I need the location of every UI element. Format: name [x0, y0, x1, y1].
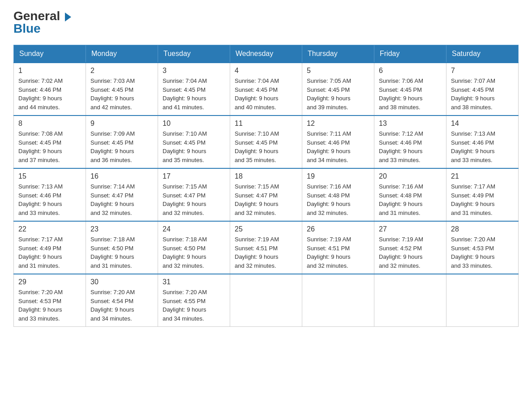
calendar-day-24: 24Sunrise: 7:18 AMSunset: 4:50 PMDayligh… [158, 221, 230, 274]
calendar-day-11: 11Sunrise: 7:10 AMSunset: 4:45 PMDayligh… [230, 116, 302, 168]
calendar-day-10: 10Sunrise: 7:10 AMSunset: 4:45 PMDayligh… [158, 116, 230, 168]
logo-general-text: General [13, 9, 71, 23]
day-number: 10 [163, 120, 225, 128]
day-info: Sunrise: 7:19 AMSunset: 4:51 PMDaylight:… [307, 235, 369, 270]
day-number: 13 [379, 120, 442, 128]
day-number: 21 [451, 172, 514, 180]
day-number: 4 [235, 67, 297, 75]
calendar-day-3: 3Sunrise: 7:04 AMSunset: 4:45 PMDaylight… [158, 63, 230, 116]
day-info: Sunrise: 7:14 AMSunset: 4:47 PMDaylight:… [90, 182, 153, 217]
calendar-day-14: 14Sunrise: 7:13 AMSunset: 4:46 PMDayligh… [446, 116, 519, 168]
day-number: 8 [18, 120, 81, 128]
calendar-day-16: 16Sunrise: 7:14 AMSunset: 4:47 PMDayligh… [86, 168, 158, 221]
day-info: Sunrise: 7:20 AMSunset: 4:53 PMDaylight:… [451, 235, 514, 270]
calendar-day-29: 29Sunrise: 7:20 AMSunset: 4:53 PMDayligh… [14, 274, 86, 327]
day-info: Sunrise: 7:03 AMSunset: 4:45 PMDaylight:… [90, 77, 153, 111]
calendar-body: 1Sunrise: 7:02 AMSunset: 4:46 PMDaylight… [14, 63, 519, 327]
calendar-week-2: 8Sunrise: 7:08 AMSunset: 4:45 PMDaylight… [14, 116, 519, 168]
calendar-day-17: 17Sunrise: 7:15 AMSunset: 4:47 PMDayligh… [158, 168, 230, 221]
day-info: Sunrise: 7:17 AMSunset: 4:49 PMDaylight:… [18, 235, 81, 270]
calendar-day-1: 1Sunrise: 7:02 AMSunset: 4:46 PMDaylight… [14, 63, 86, 116]
calendar-day-13: 13Sunrise: 7:12 AMSunset: 4:46 PMDayligh… [374, 116, 446, 168]
calendar-day-27: 27Sunrise: 7:19 AMSunset: 4:52 PMDayligh… [374, 221, 446, 274]
calendar-day-12: 12Sunrise: 7:11 AMSunset: 4:46 PMDayligh… [302, 116, 374, 168]
calendar-day-9: 9Sunrise: 7:09 AMSunset: 4:45 PMDaylight… [86, 116, 158, 168]
day-info: Sunrise: 7:15 AMSunset: 4:47 PMDaylight:… [235, 182, 297, 217]
day-number: 6 [379, 67, 442, 75]
day-number: 5 [307, 67, 369, 75]
page-header: General Blue [13, 9, 519, 36]
day-number: 1 [18, 67, 81, 75]
logo-container: General Blue [13, 9, 71, 36]
calendar-day-6: 6Sunrise: 7:06 AMSunset: 4:45 PMDaylight… [374, 63, 446, 116]
day-info: Sunrise: 7:06 AMSunset: 4:45 PMDaylight:… [379, 77, 442, 111]
day-info: Sunrise: 7:16 AMSunset: 4:48 PMDaylight:… [379, 182, 442, 217]
weekday-header-sunday: Sunday [14, 45, 86, 63]
day-info: Sunrise: 7:20 AMSunset: 4:53 PMDaylight:… [18, 288, 81, 323]
calendar-day-4: 4Sunrise: 7:04 AMSunset: 4:45 PMDaylight… [230, 63, 302, 116]
day-number: 22 [18, 225, 81, 233]
calendar-empty-cell [230, 274, 302, 327]
day-number: 12 [307, 120, 369, 128]
day-number: 9 [90, 120, 153, 128]
weekday-header-saturday: Saturday [446, 45, 519, 63]
calendar-day-5: 5Sunrise: 7:05 AMSunset: 4:45 PMDaylight… [302, 63, 374, 116]
day-number: 2 [90, 67, 153, 75]
day-info: Sunrise: 7:02 AMSunset: 4:46 PMDaylight:… [18, 77, 81, 111]
calendar-day-2: 2Sunrise: 7:03 AMSunset: 4:45 PMDaylight… [86, 63, 158, 116]
day-number: 30 [90, 278, 153, 286]
day-info: Sunrise: 7:16 AMSunset: 4:48 PMDaylight:… [307, 182, 369, 217]
calendar-week-4: 22Sunrise: 7:17 AMSunset: 4:49 PMDayligh… [14, 221, 519, 274]
calendar-day-26: 26Sunrise: 7:19 AMSunset: 4:51 PMDayligh… [302, 221, 374, 274]
calendar-week-5: 29Sunrise: 7:20 AMSunset: 4:53 PMDayligh… [14, 274, 519, 327]
day-number: 14 [451, 120, 514, 128]
day-info: Sunrise: 7:07 AMSunset: 4:45 PMDaylight:… [451, 77, 514, 111]
calendar-empty-cell [446, 274, 519, 327]
logo-arrow-icon [65, 13, 71, 21]
day-number: 25 [235, 225, 297, 233]
day-info: Sunrise: 7:04 AMSunset: 4:45 PMDaylight:… [163, 77, 225, 111]
day-info: Sunrise: 7:09 AMSunset: 4:45 PMDaylight:… [90, 129, 153, 164]
day-number: 18 [235, 172, 297, 180]
day-number: 29 [18, 278, 81, 286]
calendar-day-20: 20Sunrise: 7:16 AMSunset: 4:48 PMDayligh… [374, 168, 446, 221]
calendar-day-22: 22Sunrise: 7:17 AMSunset: 4:49 PMDayligh… [14, 221, 86, 274]
calendar-empty-cell [374, 274, 446, 327]
calendar-day-18: 18Sunrise: 7:15 AMSunset: 4:47 PMDayligh… [230, 168, 302, 221]
day-number: 3 [163, 67, 225, 75]
day-number: 20 [379, 172, 442, 180]
weekday-header-monday: Monday [86, 45, 158, 63]
day-number: 7 [451, 67, 514, 75]
calendar-week-1: 1Sunrise: 7:02 AMSunset: 4:46 PMDaylight… [14, 63, 519, 116]
weekday-header-tuesday: Tuesday [158, 45, 230, 63]
calendar-day-19: 19Sunrise: 7:16 AMSunset: 4:48 PMDayligh… [302, 168, 374, 221]
day-number: 16 [90, 172, 153, 180]
calendar-day-23: 23Sunrise: 7:18 AMSunset: 4:50 PMDayligh… [86, 221, 158, 274]
day-info: Sunrise: 7:18 AMSunset: 4:50 PMDaylight:… [90, 235, 153, 270]
day-info: Sunrise: 7:13 AMSunset: 4:46 PMDaylight:… [18, 182, 81, 217]
calendar-table: SundayMondayTuesdayWednesdayThursdayFrid… [13, 45, 519, 327]
calendar-week-3: 15Sunrise: 7:13 AMSunset: 4:46 PMDayligh… [14, 168, 519, 221]
day-info: Sunrise: 7:10 AMSunset: 4:45 PMDaylight:… [235, 129, 297, 164]
calendar-day-8: 8Sunrise: 7:08 AMSunset: 4:45 PMDaylight… [14, 116, 86, 168]
calendar-day-7: 7Sunrise: 7:07 AMSunset: 4:45 PMDaylight… [446, 63, 519, 116]
day-number: 31 [163, 278, 225, 286]
day-info: Sunrise: 7:04 AMSunset: 4:45 PMDaylight:… [235, 77, 297, 111]
day-number: 23 [90, 225, 153, 233]
weekday-header-row: SundayMondayTuesdayWednesdayThursdayFrid… [14, 45, 519, 63]
day-number: 27 [379, 225, 442, 233]
day-info: Sunrise: 7:17 AMSunset: 4:49 PMDaylight:… [451, 182, 514, 217]
day-info: Sunrise: 7:10 AMSunset: 4:45 PMDaylight:… [163, 129, 225, 164]
calendar-header: SundayMondayTuesdayWednesdayThursdayFrid… [14, 45, 519, 63]
day-number: 11 [235, 120, 297, 128]
calendar-day-15: 15Sunrise: 7:13 AMSunset: 4:46 PMDayligh… [14, 168, 86, 221]
day-number: 19 [307, 172, 369, 180]
day-info: Sunrise: 7:18 AMSunset: 4:50 PMDaylight:… [163, 235, 225, 270]
weekday-header-thursday: Thursday [302, 45, 374, 63]
day-info: Sunrise: 7:11 AMSunset: 4:46 PMDaylight:… [307, 129, 369, 164]
day-info: Sunrise: 7:08 AMSunset: 4:45 PMDaylight:… [18, 129, 81, 164]
weekday-header-wednesday: Wednesday [230, 45, 302, 63]
day-info: Sunrise: 7:13 AMSunset: 4:46 PMDaylight:… [451, 129, 514, 164]
day-info: Sunrise: 7:15 AMSunset: 4:47 PMDaylight:… [163, 182, 225, 217]
calendar-day-28: 28Sunrise: 7:20 AMSunset: 4:53 PMDayligh… [446, 221, 519, 274]
